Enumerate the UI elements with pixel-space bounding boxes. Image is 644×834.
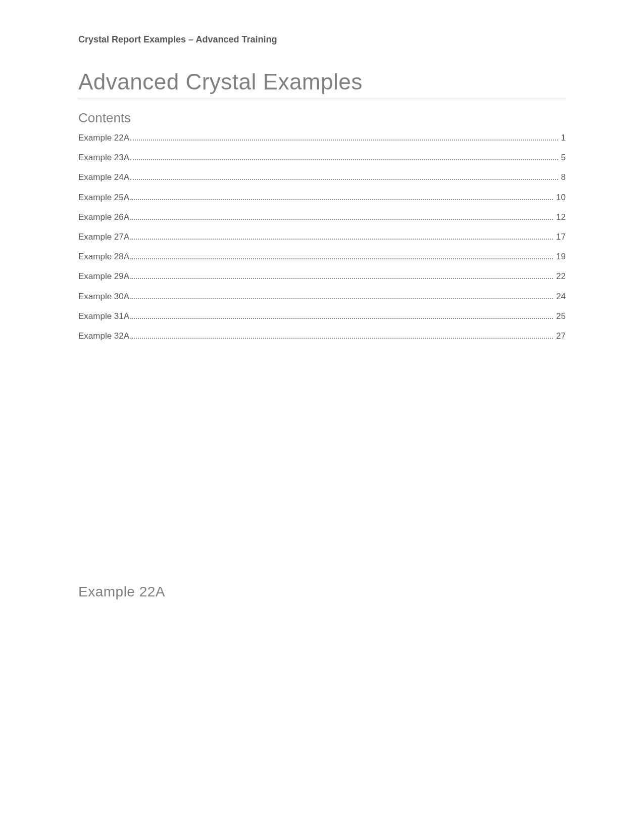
toc-leader [130,140,558,141]
toc-leader [130,338,553,339]
section-heading: Example 22A [78,584,165,600]
toc-page: 22 [555,269,566,283]
toc-leader [130,219,553,220]
toc-label: Example 31A [78,309,129,323]
toc-entry[interactable]: Example 30A 24 [78,290,566,303]
toc-page: 27 [555,329,566,343]
toc-label: Example 24A [78,170,129,184]
toc-leader [130,199,553,200]
toc-entry[interactable]: Example 28A 19 [78,250,566,263]
toc-leader [130,278,553,279]
toc-page: 19 [555,250,566,263]
toc-leader [130,239,553,240]
toc-entry[interactable]: Example 31A 25 [78,309,566,323]
toc-leader [130,179,558,180]
toc-page: 17 [555,230,566,244]
toc-page: 5 [560,151,566,164]
toc-entry[interactable]: Example 26A 12 [78,210,566,224]
toc-page: 1 [560,131,566,145]
document-title: Advanced Crystal Examples [78,69,566,99]
toc-label: Example 22A [78,131,129,145]
toc-label: Example 28A [78,250,129,263]
toc-label: Example 26A [78,210,129,224]
toc-entry[interactable]: Example 22A 1 [78,131,566,145]
toc-label: Example 30A [78,290,129,303]
toc-entry[interactable]: Example 27A 17 [78,230,566,244]
toc-entry[interactable]: Example 24A 8 [78,170,566,184]
page-header: Crystal Report Examples – Advanced Train… [78,34,566,45]
toc-leader [130,298,553,299]
toc-entry[interactable]: Example 29A 22 [78,269,566,283]
toc-label: Example 27A [78,230,129,244]
toc-entry[interactable]: Example 25A 10 [78,191,566,204]
toc-leader [130,159,558,160]
table-of-contents: Example 22A 1 Example 23A 5 Example 24A … [78,131,566,343]
toc-leader [130,258,553,259]
toc-label: Example 23A [78,151,129,164]
toc-entry[interactable]: Example 32A 27 [78,329,566,343]
toc-page: 25 [555,309,566,323]
toc-page: 10 [555,191,566,204]
toc-page: 8 [560,170,566,184]
document-page: Crystal Report Examples – Advanced Train… [0,0,644,343]
toc-label: Example 25A [78,191,129,204]
toc-leader [130,318,553,319]
toc-page: 12 [555,210,566,224]
toc-label: Example 32A [78,329,129,343]
toc-page: 24 [555,290,566,303]
contents-heading: Contents [78,110,566,126]
toc-label: Example 29A [78,269,129,283]
toc-entry[interactable]: Example 23A 5 [78,151,566,164]
